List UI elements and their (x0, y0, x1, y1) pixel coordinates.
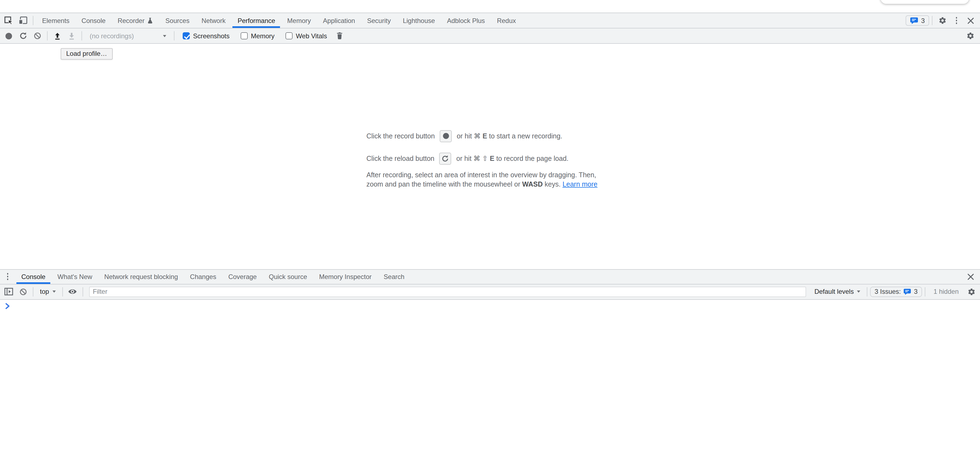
download-icon (68, 32, 75, 40)
capture-settings-button[interactable] (963, 32, 977, 40)
record-icon (443, 133, 449, 139)
block-icon (33, 32, 41, 40)
tab-application[interactable]: Application (317, 13, 361, 28)
tab-redux[interactable]: Redux (491, 13, 522, 28)
console-filter-input[interactable] (89, 286, 806, 297)
drawer-tab-console[interactable]: Console (15, 269, 51, 284)
drawer-more-tools-button[interactable] (0, 269, 15, 284)
close-drawer-button[interactable] (964, 269, 978, 284)
close-icon (967, 17, 974, 24)
after-recording-paragraph: After recording, select an area of inter… (366, 171, 614, 189)
divider (33, 16, 33, 25)
clear-recordings-button[interactable] (30, 32, 44, 40)
drawer-tab-changes[interactable]: Changes (184, 269, 222, 284)
page-top-strip (0, 0, 980, 13)
divider (867, 287, 867, 296)
wasd-keys-text: WASD (522, 180, 543, 188)
upload-icon (54, 32, 61, 40)
performance-panel-content: Load profile… Click the record button or… (0, 44, 980, 269)
record-instruction-row: Click the record button or hit ⌘ E to st… (366, 130, 614, 142)
divider (925, 287, 925, 296)
drawer-tab-search[interactable]: Search (378, 269, 410, 284)
more-options-button[interactable] (950, 13, 964, 28)
memory-checkbox[interactable]: Memory (240, 32, 275, 40)
block-icon (19, 287, 27, 296)
divider (47, 31, 48, 40)
drawer-tabbar: Console What's New Network request block… (0, 269, 980, 284)
reload-button-illustration[interactable] (439, 153, 452, 165)
performance-toolbar: (no recordings) Screenshots Memory Web V… (0, 29, 980, 44)
tab-console[interactable]: Console (75, 13, 111, 28)
tab-recorder[interactable]: Recorder (111, 13, 159, 28)
drawer-tab-coverage[interactable]: Coverage (222, 269, 263, 284)
close-icon (967, 273, 974, 280)
reload-and-record-button[interactable] (16, 32, 30, 40)
e-key-glyph: E (483, 133, 487, 140)
garbage-collect-button[interactable] (332, 32, 347, 40)
drawer-tab-network-request-blocking[interactable]: Network request blocking (98, 269, 184, 284)
tab-performance[interactable]: Performance (232, 13, 281, 28)
kebab-icon (7, 273, 8, 280)
issues-count: 3 (921, 17, 925, 24)
tab-sources[interactable]: Sources (159, 13, 196, 28)
issues-bubble-icon (904, 288, 912, 295)
gear-icon (966, 32, 974, 40)
console-toolbar: top Default levels 3 Issues: 3 (0, 284, 980, 300)
hidden-messages-label: 1 hidden (934, 288, 959, 295)
gear-icon (938, 16, 947, 25)
drawer-tab-whats-new[interactable]: What's New (51, 269, 98, 284)
trash-icon (336, 32, 344, 40)
divider (82, 287, 83, 296)
performance-empty-state: Click the record button or hit ⌘ E to st… (366, 130, 614, 189)
cmd-key-glyph: ⌘ (473, 155, 480, 163)
load-profile-tooltip: Load profile… (61, 48, 112, 60)
chevron-down-icon (52, 290, 56, 293)
device-toolbar-button[interactable] (16, 13, 30, 28)
reload-instruction-row: Click the reload button or hit ⌘ ⇧ E to … (366, 153, 614, 165)
save-profile-button[interactable] (65, 32, 79, 40)
main-tabbar: Elements Console Recorder Sources Networ… (0, 13, 980, 29)
divider (81, 31, 82, 40)
log-levels-select[interactable]: Default levels (814, 288, 860, 295)
gear-icon (967, 287, 975, 296)
console-settings-button[interactable] (964, 287, 978, 296)
console-issues-badge[interactable]: 3 Issues: 3 (870, 286, 922, 297)
web-vitals-checkbox[interactable]: Web Vitals (285, 32, 327, 40)
inspect-element-button[interactable] (2, 13, 16, 28)
device-toolbar-icon (19, 16, 27, 25)
javascript-context-select[interactable]: top (40, 288, 56, 295)
learn-more-link[interactable]: Learn more (562, 180, 597, 188)
tab-security[interactable]: Security (361, 13, 397, 28)
sidebar-panel-icon (5, 288, 13, 295)
settings-button[interactable] (935, 13, 950, 28)
kebab-icon (956, 17, 957, 24)
drawer-tab-quick-source[interactable]: Quick source (263, 269, 313, 284)
e-key-glyph: E (490, 155, 495, 163)
devtools-window: Elements Console Recorder Sources Networ… (0, 0, 980, 459)
flask-icon (147, 17, 153, 24)
screenshots-checkbox[interactable]: Screenshots (183, 32, 229, 40)
record-icon (5, 33, 12, 39)
console-prompt-area[interactable] (0, 300, 980, 459)
clear-console-button[interactable] (16, 287, 30, 296)
record-button-illustration[interactable] (440, 130, 452, 142)
chevron-down-icon (163, 35, 166, 37)
load-profile-button[interactable] (50, 32, 65, 40)
tab-network[interactable]: Network (196, 13, 232, 28)
tab-elements[interactable]: Elements (36, 13, 75, 28)
console-sidebar-toggle-button[interactable] (2, 288, 16, 295)
tab-lighthouse[interactable]: Lighthouse (397, 13, 441, 28)
tab-adblock-plus[interactable]: Adblock Plus (441, 13, 491, 28)
eye-icon (68, 288, 77, 295)
issues-bubble-icon (910, 17, 918, 24)
record-button[interactable] (2, 33, 16, 39)
drawer-tab-memory-inspector[interactable]: Memory Inspector (313, 269, 378, 284)
live-expression-button[interactable] (65, 288, 80, 295)
inspect-cursor-icon (4, 16, 13, 25)
checkbox-unchecked-icon (240, 32, 247, 39)
recordings-select[interactable]: (no recordings) (86, 32, 170, 40)
issues-badge[interactable]: 3 (906, 15, 929, 26)
tab-memory[interactable]: Memory (281, 13, 317, 28)
browser-popup-edge (880, 0, 969, 4)
close-devtools-button[interactable] (964, 13, 978, 28)
